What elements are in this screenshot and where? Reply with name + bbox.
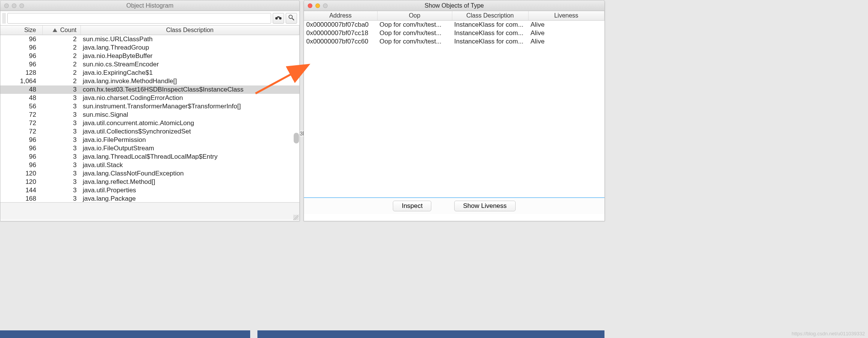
status-footer [0, 202, 299, 220]
table-row[interactable]: 963java.util.Stack [0, 161, 299, 169]
table-row[interactable]: 963java.lang.ThreadLocal$ThreadLocalMap$… [0, 153, 299, 161]
count-cell: 3 [42, 111, 80, 119]
titlebar[interactable]: Object Histogram [0, 0, 299, 11]
desc-cell: sun.misc.Signal [80, 111, 299, 119]
liveness-cell: Alive [528, 29, 604, 37]
scrollbar-thumb[interactable] [294, 133, 299, 143]
table-row[interactable]: 483com.hx.test03.Test16HSDBInspectClass$… [0, 85, 299, 94]
desc-cell: java.util.Properties [80, 186, 299, 195]
desc-cell: java.lang.reflect.Method[] [80, 178, 299, 186]
minimize-icon[interactable] [315, 3, 320, 8]
size-cell: 1,064 [0, 77, 42, 85]
table-row[interactable]: 0x00000007bf07cc60Oop for com/hx/test...… [304, 37, 604, 46]
desc-cell: java.io.FilePermission [80, 136, 299, 144]
close-icon[interactable] [4, 3, 9, 8]
table-body-scroll[interactable]: 962sun.misc.URLClassPath962java.lang.Thr… [0, 35, 299, 202]
liveness-cell: Alive [528, 37, 604, 46]
table-row[interactable]: 723sun.misc.Signal [0, 111, 299, 119]
desc-cell: sun.nio.cs.StreamEncoder [80, 60, 299, 69]
binoculars-icon [275, 14, 282, 22]
bottom-bar-left [0, 330, 250, 338]
table-row[interactable]: 962java.nio.HeapByteBuffer [0, 52, 299, 60]
size-cell: 96 [0, 144, 42, 153]
magnifier-icon [288, 14, 294, 22]
size-cell: 96 [0, 35, 42, 43]
sort-asc-icon [53, 28, 58, 33]
column-header-description[interactable]: Class Description [80, 26, 299, 35]
table-row[interactable]: 0x00000007bf07cba0Oop for com/hx/test...… [304, 21, 604, 29]
button-bar: Inspect Show Liveness [304, 198, 604, 214]
bottom-bar-right [257, 330, 604, 338]
size-cell: 120 [0, 169, 42, 178]
class-cell: InstanceKlass for com... [452, 21, 528, 29]
count-cell: 3 [42, 85, 80, 94]
show-liveness-button[interactable]: Show Liveness [454, 201, 515, 211]
column-header-size[interactable]: Size [0, 26, 42, 35]
table-row[interactable]: 0x00000007bf07cc18Oop for com/hx/test...… [304, 29, 604, 37]
table-row[interactable]: 1203java.lang.reflect.Method[] [0, 178, 299, 186]
desc-cell: java.lang.invoke.MethodHandle[] [80, 77, 299, 85]
find-button[interactable] [273, 13, 284, 24]
toolbar-grip-icon[interactable] [3, 13, 6, 24]
inspect-button[interactable]: Inspect [393, 201, 431, 211]
count-cell: 2 [42, 60, 80, 69]
maximize-icon[interactable] [323, 3, 328, 8]
desc-cell: java.lang.ThreadGroup [80, 43, 299, 52]
count-cell: 3 [42, 119, 80, 127]
size-cell: 96 [0, 43, 42, 52]
search-input[interactable] [7, 13, 271, 24]
count-cell: 3 [42, 144, 80, 153]
traffic-lights [308, 3, 328, 8]
size-cell: 144 [0, 186, 42, 195]
desc-cell: com.hx.test03.Test16HSDBInspectClass$Ins… [80, 85, 299, 94]
column-header-count[interactable]: Count [42, 26, 80, 35]
table-row[interactable]: 1,0642java.lang.invoke.MethodHandle[] [0, 77, 299, 85]
address-cell: 0x00000007bf07cc18 [304, 29, 377, 37]
minimize-icon[interactable] [12, 3, 16, 8]
table-row[interactable]: 723java.util.concurrent.atomic.AtomicLon… [0, 119, 299, 127]
table-row[interactable]: 1203java.lang.ClassNotFoundException [0, 169, 299, 178]
column-header-oop[interactable]: Oop [377, 11, 452, 21]
count-cell: 2 [42, 77, 80, 85]
desc-cell: sun.instrument.TransformerManager$Transf… [80, 102, 299, 111]
size-cell: 120 [0, 178, 42, 186]
objects-table: Address Oop Class Description Liveness 0… [304, 11, 604, 46]
count-cell: 3 [42, 153, 80, 161]
inspect-button[interactable] [286, 13, 297, 24]
maximize-icon[interactable] [19, 3, 24, 8]
desc-cell: java.io.FileOutputStream [80, 144, 299, 153]
close-icon[interactable] [308, 3, 312, 8]
table-row[interactable]: 1683java.lang.Package [0, 195, 299, 202]
table-row[interactable]: 962java.lang.ThreadGroup [0, 43, 299, 52]
table-row[interactable]: 962sun.misc.URLClassPath [0, 35, 299, 43]
traffic-lights [4, 3, 24, 8]
table-row[interactable]: 563sun.instrument.TransformerManager$Tra… [0, 102, 299, 111]
table-row[interactable]: 962sun.nio.cs.StreamEncoder [0, 60, 299, 69]
count-cell: 3 [42, 127, 80, 136]
size-cell: 72 [0, 111, 42, 119]
table-row[interactable]: 483java.nio.charset.CodingErrorAction [0, 94, 299, 102]
table-row[interactable]: 723java.util.Collections$SynchronizedSet [0, 127, 299, 136]
svg-rect-2 [277, 16, 280, 18]
desc-cell: java.util.Stack [80, 161, 299, 169]
column-header-liveness[interactable]: Liveness [528, 11, 604, 21]
column-header-class[interactable]: Class Description [452, 11, 528, 21]
size-cell: 128 [0, 69, 42, 77]
size-cell: 96 [0, 60, 42, 69]
size-cell: 96 [0, 52, 42, 60]
titlebar[interactable]: Show Objects of Type [304, 0, 604, 11]
table-row[interactable]: 963java.io.FileOutputStream [0, 144, 299, 153]
table-row[interactable]: 1443java.util.Properties [0, 186, 299, 195]
count-cell: 2 [42, 52, 80, 60]
size-cell: 48 [0, 94, 42, 102]
count-cell: 3 [42, 186, 80, 195]
column-header-address[interactable]: Address [304, 11, 377, 21]
table-row[interactable]: 963java.io.FilePermission [0, 136, 299, 144]
table-row[interactable]: 1282java.io.ExpiringCache$1 [0, 69, 299, 77]
count-cell: 3 [42, 94, 80, 102]
window-title: Show Objects of Type [304, 2, 604, 9]
class-cell: InstanceKlass for com... [452, 37, 528, 46]
resize-grip-icon[interactable] [293, 215, 299, 220]
class-cell: InstanceKlass for com... [452, 29, 528, 37]
show-objects-window: Show Objects of Type Address Oop Class D… [304, 0, 605, 221]
